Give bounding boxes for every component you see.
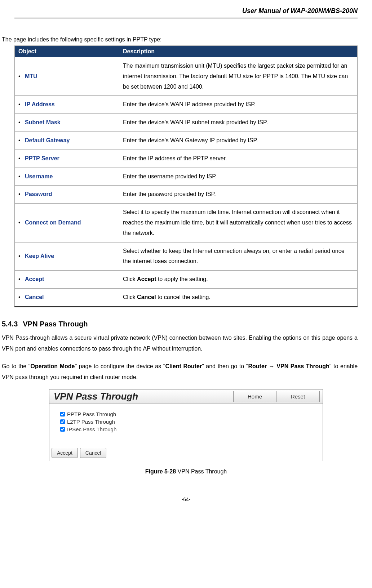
p2-b3: Router → VPN Pass Through — [248, 363, 329, 369]
accept-button[interactable]: Accept — [52, 448, 78, 458]
figure-caption-label: Figure 5-28 — [145, 468, 176, 475]
table-row: •Keep AliveSelect whether to keep the In… — [15, 242, 358, 271]
passthrough-checkbox[interactable] — [60, 419, 65, 424]
cancel-button[interactable]: Cancel — [80, 448, 107, 458]
passthrough-option: IPSec Pass Through — [60, 426, 312, 432]
figure-header: VPN Pass Through Home Reset — [49, 389, 323, 404]
table-row: •IP AddressEnter the device's WAN IP add… — [15, 96, 358, 114]
figure-title: VPN Pass Through — [52, 391, 233, 402]
description-cell: Click Cancel to cancel the setting. — [119, 288, 358, 307]
section-number: 5.4.3 — [2, 320, 18, 328]
description-cell: Enter the device's WAN IP address provid… — [119, 96, 358, 114]
figure-caption: Figure 5-28 VPN Pass Through — [14, 468, 358, 475]
object-label: Password — [25, 191, 52, 197]
bullet-icon: • — [18, 172, 25, 182]
object-cell: •MTU — [15, 57, 119, 96]
passthrough-label: L2TP Pass Through — [67, 419, 115, 425]
object-label: Accept — [25, 276, 44, 282]
bullet-icon: • — [18, 99, 25, 110]
passthrough-option: L2TP Pass Through — [60, 419, 312, 425]
vpn-passthrough-figure: VPN Pass Through Home Reset PPTP Pass Th… — [49, 389, 323, 461]
description-cell: Enter the IP address of the PPTP server. — [119, 150, 358, 168]
table-row: •PasswordEnter the password provided by … — [15, 186, 358, 204]
bullet-icon: • — [18, 71, 25, 82]
object-label: Default Gateway — [25, 137, 70, 143]
p2-t1: Go to the " — [2, 363, 31, 369]
description-cell: The maximum transmission unit (MTU) spec… — [119, 57, 358, 96]
object-cell: •Cancel — [15, 288, 119, 307]
object-cell: •Username — [15, 168, 119, 186]
object-cell: •Password — [15, 186, 119, 204]
bullet-icon: • — [18, 135, 25, 146]
figure-body: PPTP Pass ThroughL2TP Pass ThroughIPSec … — [49, 404, 323, 437]
bullet-icon: • — [18, 218, 25, 228]
section-heading: 5.4.3VPN Pass Through — [2, 320, 358, 328]
description-cell: Enter the device's WAN Gateway IP provid… — [119, 132, 358, 150]
bullet-icon: • — [18, 153, 25, 164]
divider — [52, 444, 77, 444]
table-row: •UsernameEnter the username provided by … — [15, 168, 358, 186]
table-row: •Subnet MaskEnter the device's WAN IP su… — [15, 114, 358, 132]
settings-table: Object Description •MTUThe maximum trans… — [14, 45, 358, 307]
p2-b1: Operation Mode — [31, 363, 75, 369]
intro-text: The page includes the following specific… — [2, 36, 358, 43]
p2-t2: " page to configure the device as " — [75, 363, 165, 369]
p2-b2: Client Router — [165, 363, 202, 369]
bullet-icon: • — [18, 251, 25, 262]
description-cell: Select it to specify the maximum idle ti… — [119, 204, 358, 242]
object-label: Keep Alive — [25, 253, 54, 259]
passthrough-option: PPTP Pass Through — [60, 411, 312, 417]
passthrough-label: IPSec Pass Through — [67, 426, 116, 432]
object-cell: •Accept — [15, 271, 119, 289]
table-body: •MTUThe maximum transmission unit (MTU) … — [15, 57, 358, 307]
object-cell: •Subnet Mask — [15, 114, 119, 132]
object-cell: •IP Address — [15, 96, 119, 114]
object-cell: •Connect on Demand — [15, 204, 119, 242]
bullet-icon: • — [18, 189, 25, 200]
object-label: Subnet Mask — [25, 119, 61, 125]
figure-footer: Accept Cancel — [49, 446, 323, 461]
reset-button[interactable]: Reset — [276, 391, 320, 402]
table-row: •AcceptClick Accept to apply the setting… — [15, 271, 358, 289]
table-header-description: Description — [119, 46, 358, 57]
description-cell: Select whether to keep the Internet conn… — [119, 242, 358, 271]
description-cell: Enter the device's WAN IP subnet mask pr… — [119, 114, 358, 132]
object-label: IP Address — [25, 101, 55, 107]
object-cell: •Keep Alive — [15, 242, 119, 271]
section-title: VPN Pass Through — [23, 320, 88, 328]
home-button[interactable]: Home — [233, 391, 276, 402]
object-label: Connect on Demand — [25, 219, 81, 226]
description-cell: Enter the username provided by ISP. — [119, 168, 358, 186]
bullet-icon: • — [18, 274, 25, 285]
bullet-icon: • — [18, 292, 25, 303]
table-row: •Default GatewayEnter the device's WAN G… — [15, 132, 358, 150]
passthrough-checkbox[interactable] — [60, 427, 65, 432]
section-paragraph-2: Go to the "Operation Mode" page to confi… — [2, 361, 358, 383]
object-cell: •PPTP Server — [15, 150, 119, 168]
table-row: •MTUThe maximum transmission unit (MTU) … — [15, 57, 358, 96]
document-header-title: User Manual of WAP-200N/WBS-200N — [14, 7, 358, 18]
description-cell: Enter the password provided by ISP. — [119, 186, 358, 204]
section-paragraph-1: VPN Pass-through allows a secure virtual… — [2, 333, 358, 355]
object-label: PPTP Server — [25, 155, 59, 161]
description-cell: Click Accept to apply the setting. — [119, 271, 358, 289]
object-label: MTU — [25, 73, 37, 79]
page-number: -64- — [14, 496, 358, 502]
passthrough-label: PPTP Pass Through — [67, 411, 116, 417]
object-label: Username — [25, 173, 53, 179]
figure-caption-text: VPN Pass Through — [176, 468, 227, 475]
object-cell: •Default Gateway — [15, 132, 119, 150]
bullet-icon: • — [18, 117, 25, 128]
table-row: •PPTP ServerEnter the IP address of the … — [15, 150, 358, 168]
table-header-object: Object — [15, 46, 119, 57]
object-label: Cancel — [25, 294, 44, 300]
table-row: •CancelClick Cancel to cancel the settin… — [15, 288, 358, 307]
passthrough-checkbox[interactable] — [60, 412, 65, 416]
table-row: •Connect on DemandSelect it to specify t… — [15, 204, 358, 242]
p2-t3: " and then go to " — [202, 363, 248, 369]
